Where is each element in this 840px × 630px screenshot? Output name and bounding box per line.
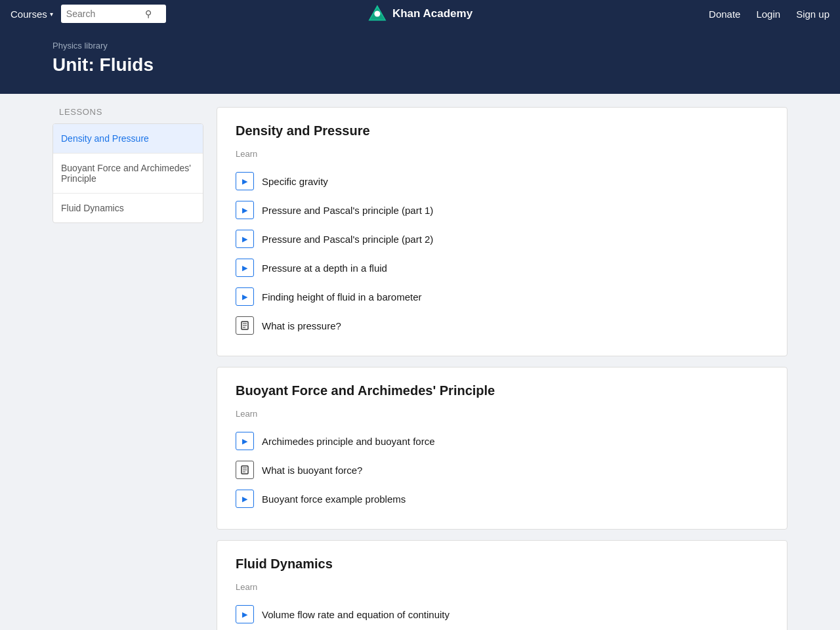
content-area: Density and PressureLearn▶Specific gravi… xyxy=(217,107,788,630)
list-item[interactable]: ▶Finding height of fluid in a barometer xyxy=(236,282,768,311)
lesson-item-title: What is pressure? xyxy=(262,320,341,331)
svg-point-2 xyxy=(374,11,380,17)
logo-icon xyxy=(368,4,387,24)
article-icon xyxy=(236,461,254,479)
search-icon: ⚲ xyxy=(145,9,152,19)
lesson-item-title: Volume flow rate and equation of continu… xyxy=(262,609,450,620)
list-item[interactable]: ▶Pressure and Pascal's principle (part 1… xyxy=(236,196,768,224)
lesson-card-1: Buoyant Force and Archimedes' PrincipleL… xyxy=(217,367,788,530)
main-layout: Lessons Density and Pressure Buoyant For… xyxy=(0,94,840,630)
video-icon: ▶ xyxy=(236,605,254,623)
navbar: Courses ▾ ⚲ Khan Academy Donate Login Si… xyxy=(0,0,840,28)
lesson-item-title: Buoyant force example problems xyxy=(262,494,406,505)
list-item[interactable]: What is pressure? xyxy=(236,311,768,340)
sidebar-item-fluid-dynamics[interactable]: Fluid Dynamics xyxy=(53,194,203,222)
lesson-card-0: Density and PressureLearn▶Specific gravi… xyxy=(217,107,788,356)
page-title: Unit: Fluids xyxy=(52,54,788,75)
article-icon xyxy=(236,316,254,335)
lesson-item-title: What is buoyant force? xyxy=(262,465,362,476)
list-item[interactable]: ▶Pressure at a depth in a fluid xyxy=(236,253,768,282)
sidebar: Lessons Density and Pressure Buoyant For… xyxy=(52,107,203,223)
breadcrumb: Physics library xyxy=(52,41,788,51)
list-item[interactable]: ▶Pressure and Pascal's principle (part 2… xyxy=(236,224,768,253)
sidebar-item-density[interactable]: Density and Pressure xyxy=(53,124,203,154)
courses-label: Courses xyxy=(10,9,47,20)
video-icon: ▶ xyxy=(236,259,254,277)
signup-link[interactable]: Sign up xyxy=(796,9,830,20)
lesson-item-title: Pressure and Pascal's principle (part 2) xyxy=(262,234,433,245)
search-bar[interactable]: ⚲ xyxy=(61,5,166,23)
learn-label-1: Learn xyxy=(236,409,768,419)
video-icon: ▶ xyxy=(236,490,254,508)
lesson-title-1: Buoyant Force and Archimedes' Principle xyxy=(236,383,768,398)
lesson-item-title: Archimedes principle and buoyant force xyxy=(262,436,434,447)
logo-text: Khan Academy xyxy=(392,7,472,20)
courses-chevron-icon: ▾ xyxy=(50,10,53,18)
lesson-item-title: Finding height of fluid in a barometer xyxy=(262,291,421,303)
list-item[interactable]: ▶Volume flow rate and equation of contin… xyxy=(236,600,768,629)
list-item[interactable]: What is buoyant force? xyxy=(236,455,768,484)
hero-section: Physics library Unit: Fluids xyxy=(0,28,840,94)
sidebar-list: Density and Pressure Buoyant Force and A… xyxy=(52,123,203,223)
lesson-title-0: Density and Pressure xyxy=(236,123,768,138)
lesson-item-title: Pressure and Pascal's principle (part 1) xyxy=(262,205,433,216)
lesson-item-title: Specific gravity xyxy=(262,176,328,187)
donate-link[interactable]: Donate xyxy=(709,9,740,20)
list-item[interactable]: ▶Buoyant force example problems xyxy=(236,484,768,513)
nav-right: Donate Login Sign up xyxy=(709,9,830,20)
video-icon: ▶ xyxy=(236,201,254,219)
video-icon: ▶ xyxy=(236,287,254,306)
lesson-card-2: Fluid DynamicsLearn▶Volume flow rate and… xyxy=(217,540,788,630)
login-link[interactable]: Login xyxy=(756,9,780,20)
search-input[interactable] xyxy=(66,9,145,19)
courses-menu[interactable]: Courses ▾ xyxy=(10,9,53,20)
learn-label-2: Learn xyxy=(236,582,768,592)
video-icon: ▶ xyxy=(236,230,254,248)
sidebar-item-buoyant[interactable]: Buoyant Force and Archimedes' Principle xyxy=(53,154,203,194)
lesson-item-title: Pressure at a depth in a fluid xyxy=(262,262,387,274)
site-logo: Khan Academy xyxy=(368,4,472,24)
learn-label-0: Learn xyxy=(236,149,768,159)
list-item[interactable]: ▶Specific gravity xyxy=(236,167,768,196)
video-icon: ▶ xyxy=(236,432,254,450)
sidebar-heading: Lessons xyxy=(52,107,203,117)
video-icon: ▶ xyxy=(236,172,254,190)
lesson-title-2: Fluid Dynamics xyxy=(236,556,768,572)
list-item[interactable]: ▶Archimedes principle and buoyant force xyxy=(236,427,768,455)
